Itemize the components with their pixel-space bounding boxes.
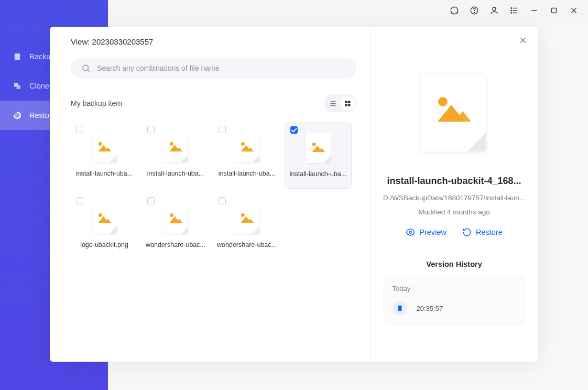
svg-point-36 xyxy=(438,97,448,106)
svg-point-4 xyxy=(511,8,512,9)
file-name: install-launch-uba... xyxy=(290,170,346,178)
close-window-button[interactable] xyxy=(564,1,584,20)
view-toggle xyxy=(324,94,356,112)
file-name: wondershare-ubac... xyxy=(217,241,277,248)
file-checkbox[interactable] xyxy=(76,126,83,133)
selected-thumbnail xyxy=(421,74,488,154)
menu-icon[interactable] xyxy=(504,1,524,20)
file-checkbox[interactable] xyxy=(219,126,226,133)
search-input[interactable] xyxy=(97,64,346,72)
svg-rect-24 xyxy=(348,101,350,103)
svg-point-8 xyxy=(511,13,512,14)
image-icon xyxy=(430,93,476,125)
svg-point-29 xyxy=(241,142,245,146)
modal-title: View: 20230330203557 xyxy=(71,37,356,46)
list-view-button[interactable] xyxy=(325,96,340,111)
svg-rect-14 xyxy=(15,53,20,60)
file-name: install-launch-uba... xyxy=(219,170,275,177)
file-name: wondershare-ubac... xyxy=(146,241,205,248)
file-name: install-launch-uba... xyxy=(76,170,133,177)
svg-point-37 xyxy=(409,231,412,234)
file-thumbnail xyxy=(233,131,260,164)
support-icon[interactable] xyxy=(444,1,464,20)
file-thumbnail xyxy=(91,202,118,235)
svg-rect-25 xyxy=(345,104,347,106)
svg-point-32 xyxy=(170,213,173,217)
eye-icon xyxy=(406,228,415,237)
svg-rect-16 xyxy=(17,85,21,90)
svg-point-31 xyxy=(99,213,102,217)
search-bar[interactable] xyxy=(71,58,356,79)
svg-point-33 xyxy=(241,213,245,217)
file-item[interactable]: install-launch-uba... xyxy=(285,122,352,189)
svg-point-30 xyxy=(312,143,316,146)
minimize-button[interactable] xyxy=(524,1,544,20)
version-history-card: Today 20:35:57 xyxy=(384,276,525,324)
details-panel: install-launch-ubackit-4_168... D:/WSBac… xyxy=(371,27,538,362)
svg-point-27 xyxy=(99,142,102,146)
account-icon[interactable] xyxy=(484,1,504,20)
file-name: install-launch-uba... xyxy=(147,170,204,177)
svg-point-2 xyxy=(474,12,474,13)
svg-rect-23 xyxy=(345,101,347,103)
version-time: 20:35:57 xyxy=(417,305,443,312)
grid-view-button[interactable] xyxy=(340,96,355,111)
list-label: My backup item xyxy=(71,99,122,107)
version-icon xyxy=(393,301,407,316)
svg-point-3 xyxy=(493,7,496,10)
file-browser-panel: View: 20230330203557 My backup item xyxy=(50,27,371,362)
file-name: logo-ubackit.png xyxy=(80,241,128,248)
preview-button[interactable]: Preview xyxy=(406,228,447,237)
file-checkbox[interactable] xyxy=(147,197,155,204)
version-day-label: Today xyxy=(393,285,516,292)
selected-file-modified: Modified 4 months ago xyxy=(418,208,490,216)
restore-icon xyxy=(462,228,472,237)
svg-rect-26 xyxy=(348,104,350,106)
selected-file-name: install-launch-ubackit-4_168... xyxy=(387,176,521,187)
file-checkbox[interactable] xyxy=(76,197,83,204)
file-item[interactable]: install-launch-uba... xyxy=(213,122,280,189)
svg-point-6 xyxy=(511,10,512,11)
svg-point-28 xyxy=(170,142,173,146)
file-item[interactable]: logo-ubackit.png xyxy=(71,193,138,260)
file-checkbox[interactable] xyxy=(290,126,298,134)
svg-rect-11 xyxy=(552,8,557,13)
file-item[interactable]: wondershare-ubac... xyxy=(213,193,280,260)
file-item[interactable]: wondershare-ubac... xyxy=(142,193,209,260)
file-thumbnail xyxy=(162,131,189,164)
file-grid: install-launch-uba... install-launch-uba… xyxy=(71,122,356,260)
file-thumbnail xyxy=(304,132,332,164)
file-thumbnail xyxy=(233,202,260,235)
file-item[interactable]: install-launch-uba... xyxy=(142,122,209,189)
file-thumbnail xyxy=(91,131,118,164)
help-icon[interactable] xyxy=(464,1,484,20)
file-item[interactable]: install-launch-uba... xyxy=(71,122,138,189)
file-thumbnail xyxy=(162,202,189,235)
file-checkbox[interactable] xyxy=(219,197,226,204)
view-modal: View: 20230330203557 My backup item xyxy=(50,27,538,362)
selected-file-path: D:/WSBackupData/1680179757/install-laun.… xyxy=(383,194,525,202)
svg-line-19 xyxy=(88,70,89,71)
file-checkbox[interactable] xyxy=(147,126,155,133)
version-entry[interactable]: 20:35:57 xyxy=(393,301,516,316)
restore-button[interactable]: Restore xyxy=(462,228,503,237)
close-modal-button[interactable] xyxy=(519,36,527,47)
svg-rect-38 xyxy=(398,306,401,311)
sidebar-item-label: Clone xyxy=(29,82,49,90)
maximize-button[interactable] xyxy=(544,1,564,20)
version-history-title: Version History xyxy=(426,260,482,268)
search-icon xyxy=(81,63,91,73)
svg-point-18 xyxy=(83,65,89,71)
